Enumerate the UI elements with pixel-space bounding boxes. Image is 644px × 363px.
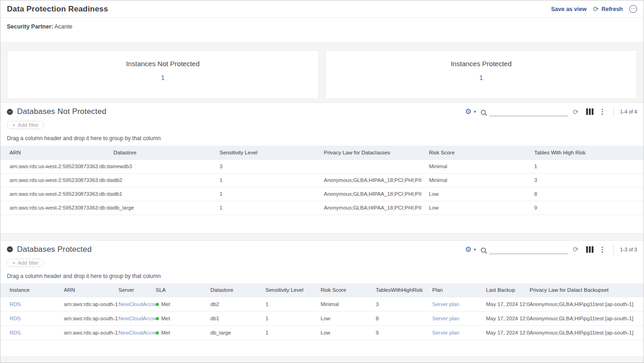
page-title: Data Protection Readiness bbox=[7, 5, 108, 14]
section-collapse-toggle[interactable]: − Databases Protected bbox=[7, 245, 92, 254]
column-header-datastore[interactable]: Datastore bbox=[113, 146, 220, 159]
privacy-law-cell: Anonymous;GLBA;HIPAA_18;PCI;PHI;PII bbox=[530, 326, 584, 340]
sla-met-dot-icon bbox=[156, 317, 159, 320]
column-header-privacy-law[interactable]: Privacy Law for Datacl bbox=[530, 284, 584, 297]
grid-refresh-icon[interactable]: ⟳ bbox=[573, 108, 579, 115]
instance-link[interactable]: RDS bbox=[10, 316, 21, 321]
privacy-law-cell: Anonymous;GLBA;HIPAA_18;PCI;PHI;PII bbox=[530, 312, 584, 326]
sensitivity-cell: 1 bbox=[220, 201, 324, 215]
datastore-cell: db2 bbox=[113, 173, 220, 187]
server-link[interactable]: NewCloudAccount bbox=[119, 316, 156, 321]
plan-link[interactable]: Server plan bbox=[432, 330, 459, 335]
column-header-plan[interactable]: Plan bbox=[432, 284, 486, 297]
sensitivity-cell: 3 bbox=[220, 159, 324, 173]
refresh-label: Refresh bbox=[601, 6, 623, 12]
column-header-tables-high-risk[interactable]: Tables With High Risk bbox=[534, 146, 644, 159]
table-row: arn:aws:rds:us-west-2:595230873363:db:da… bbox=[0, 173, 644, 187]
table-row: arn:aws:rds:us-west-2:595230873363:db:da… bbox=[0, 201, 644, 215]
add-filter-button[interactable]: + Add filter bbox=[7, 259, 44, 267]
server-link[interactable]: NewCloudAccount bbox=[119, 301, 156, 307]
column-header-last-backup[interactable]: Last Backup bbox=[486, 284, 530, 297]
table-header-row: ARN Datastore Sensitivity Level Privacy … bbox=[0, 146, 644, 159]
column-header-arn[interactable]: ARN bbox=[0, 146, 113, 159]
instance-link[interactable]: RDS bbox=[10, 330, 21, 335]
chevron-down-icon[interactable]: ▾ bbox=[474, 247, 476, 252]
section-collapse-toggle[interactable]: − Databases Not Protected bbox=[7, 107, 107, 116]
group-by-hint: Drag a column header and drop it here to… bbox=[0, 129, 644, 146]
search-input[interactable] bbox=[489, 107, 568, 116]
security-partner-line: Security Partner: Acante bbox=[0, 18, 644, 42]
column-header-risk-score[interactable]: Risk Score bbox=[429, 146, 534, 159]
columns-icon[interactable] bbox=[586, 246, 593, 253]
kebab-menu-icon[interactable]: ⋮ bbox=[598, 245, 607, 254]
column-header-sla[interactable]: SLA bbox=[156, 284, 210, 297]
kebab-menu-icon[interactable]: ⋮ bbox=[598, 108, 607, 116]
table-row: RDS arn:aws:rds:ap-south-1:6 NewCloudAcc… bbox=[0, 297, 644, 312]
filter-row: + Add filter bbox=[0, 119, 644, 129]
arn-cell: arn:aws:rds:us-west-2:595230873363:db:da… bbox=[0, 173, 113, 187]
gear-icon[interactable]: ⚙ bbox=[465, 246, 471, 253]
column-header-privacy-law[interactable]: Privacy Law for Dataclasses bbox=[324, 146, 429, 159]
risk-score-cell: Low bbox=[321, 312, 376, 326]
column-header-instance[interactable]: Instance bbox=[0, 284, 64, 297]
grid-refresh-icon[interactable]: ⟳ bbox=[573, 246, 579, 253]
privacy-law-cell: Anonymous;GLBA;HIPAA_18;PCI;PHI;PII bbox=[324, 187, 429, 201]
risk-score-cell: Minimal bbox=[429, 159, 534, 173]
column-header-sensitivity-level[interactable]: Sensitivity Level bbox=[266, 284, 321, 297]
arn-cell: arn:aws:rds:ap-south-1:6 bbox=[64, 312, 119, 326]
instance-link[interactable]: RDS bbox=[10, 301, 21, 307]
privacy-law-cell: Anonymous;GLBA;HIPAA_18;PCI;PHI;PII bbox=[530, 297, 584, 312]
search-input[interactable] bbox=[489, 245, 568, 254]
card-title: Instances Not Protected bbox=[7, 60, 318, 68]
sla-met-dot-icon bbox=[156, 303, 159, 306]
column-header-risk-score[interactable]: Risk Score bbox=[321, 284, 376, 297]
more-menu-icon[interactable]: ⋯ bbox=[629, 5, 637, 13]
security-partner-label: Security Partner: bbox=[7, 23, 53, 30]
columns-icon[interactable] bbox=[586, 108, 593, 115]
column-header-backupset[interactable]: Backupset bbox=[584, 284, 644, 297]
column-header-datastore[interactable]: Datastore bbox=[210, 284, 266, 297]
column-header-server[interactable]: Server bbox=[119, 284, 156, 297]
card-value[interactable]: 1 bbox=[326, 74, 637, 81]
security-partner-value: Acante bbox=[55, 23, 73, 30]
collapse-icon[interactable]: − bbox=[7, 246, 13, 252]
server-link[interactable]: NewCloudAccount bbox=[119, 330, 156, 335]
tables-high-risk-cell: 8 bbox=[534, 187, 644, 201]
plan-link[interactable]: Server plan bbox=[432, 301, 459, 307]
arn-cell: arn:aws:rds:ap-south-1:6 bbox=[64, 326, 119, 340]
risk-score-cell: Minimal bbox=[429, 173, 534, 187]
add-filter-button[interactable]: + Add filter bbox=[7, 121, 44, 129]
backupset-cell: pg11test [ap-south-1] bbox=[584, 312, 644, 326]
tables-high-risk-cell: 8 bbox=[376, 312, 432, 326]
privacy-law-cell: Anonymous;GLBA;HIPAA_18;PCI;PHI;PII bbox=[324, 201, 429, 215]
risk-score-cell: Low bbox=[429, 187, 534, 201]
toolbar-divider bbox=[613, 106, 614, 117]
card-instances-not-protected: Instances Not Protected 1 bbox=[7, 50, 319, 99]
card-value[interactable]: 1 bbox=[7, 74, 318, 81]
arn-cell: arn:aws:rds:us-west-2:595230873363:db:da… bbox=[0, 159, 113, 173]
save-as-view-button[interactable]: Save as view bbox=[551, 6, 587, 12]
refresh-button[interactable]: ⟳ Refresh bbox=[593, 6, 623, 12]
column-header-sensitivity-level[interactable]: Sensitivity Level bbox=[220, 146, 324, 159]
arn-cell: arn:aws:rds:us-west-2:595230873363:db:da… bbox=[0, 187, 113, 201]
tables-high-risk-cell: 9 bbox=[534, 201, 644, 215]
chevron-down-icon[interactable]: ▾ bbox=[474, 109, 476, 114]
column-header-arn[interactable]: ARN bbox=[64, 284, 119, 297]
last-backup-cell: May 17, 2024 12:00:0 bbox=[486, 326, 530, 340]
top-bar: Data Protection Readiness Save as view ⟳… bbox=[0, 0, 644, 18]
card-instances-protected: Instances Protected 1 bbox=[325, 50, 637, 99]
collapse-icon[interactable]: − bbox=[7, 109, 13, 115]
datastore-cell: db2 bbox=[210, 297, 266, 312]
last-backup-cell: May 17, 2024 12:00:0 bbox=[486, 312, 530, 326]
column-header-tables-with-high-risk[interactable]: TablesWithHighRisk bbox=[376, 284, 432, 297]
gear-icon[interactable]: ⚙ bbox=[465, 108, 471, 115]
plan-link[interactable]: Server plan bbox=[432, 316, 459, 321]
add-filter-label: Add filter bbox=[18, 122, 39, 128]
last-backup-cell: May 17, 2024 12:00:0 bbox=[486, 297, 530, 312]
sensitivity-cell: 1 bbox=[220, 173, 324, 187]
sla-met-dot-icon bbox=[156, 331, 159, 335]
table-row: arn:aws:rds:us-west-2:595230873363:db:da… bbox=[0, 187, 644, 201]
section-databases-protected: − Databases Protected ⚙ ▾ ⟳ ⋮ 1-3 of 3 + bbox=[0, 240, 644, 357]
section-header: − Databases Not Protected ⚙ ▾ ⟳ ⋮ 1-4 of… bbox=[0, 103, 644, 119]
plus-icon: + bbox=[12, 122, 16, 128]
